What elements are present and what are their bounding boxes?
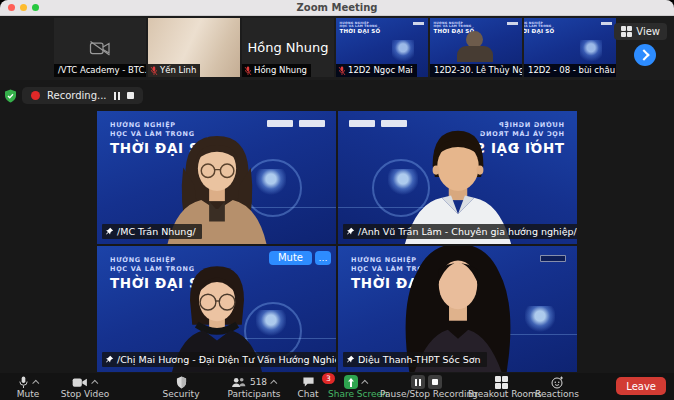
pin-icon — [346, 227, 355, 236]
brand-logo — [601, 22, 612, 25]
chevron-right-icon — [638, 49, 649, 60]
share-screen-icon — [344, 375, 358, 389]
muted-mic-icon — [150, 66, 158, 76]
security-button[interactable]: Security — [148, 375, 214, 399]
titlebar: Zoom Meeting — [0, 0, 674, 16]
video-tile-vu-tran-lam[interactable]: HƯỚNG NGHIỆP HỌC VÀ LÀM TRONG THỜI ĐẠI S… — [338, 111, 577, 244]
participant-name-label: /Anh Vũ Trần Lâm - Chuyên gia hướng nghi… — [343, 224, 577, 239]
video-options-caret[interactable] — [91, 379, 98, 386]
slide-decoration — [580, 40, 602, 66]
zoom-meeting-window: Zoom Meeting /VTC Academy - BTC... Yến L… — [0, 0, 674, 400]
reactions-smiley-icon — [551, 376, 564, 389]
strip-tile-vtc-academy[interactable]: /VTC Academy - BTC... — [54, 18, 146, 77]
participant-name-label: /Chị Mai Hương - Đại Diện Tư Vấn Hướng N… — [102, 352, 336, 367]
strip-tile-yen-linh[interactable]: Yến Linh — [148, 18, 240, 77]
video-tile-mai-huong[interactable]: HƯỚNG NGHIỆP HỌC VÀ LÀM TRONG THỜI ĐẠI S… — [97, 246, 336, 372]
encryption-shield-icon — [4, 89, 17, 103]
pin-icon — [346, 355, 355, 364]
window-title: Zoom Meeting — [0, 0, 674, 15]
strip-tile-bui-chau[interactable]: HƯỚNG NGHIỆP HỌC VÀ LÀM TRONG THỜI ĐẠI S… — [524, 18, 616, 77]
brand-logo — [413, 22, 424, 25]
participants-icon — [231, 377, 246, 388]
slide-decoration — [392, 40, 414, 66]
muted-mic-icon — [338, 66, 346, 76]
strip-tile-hong-nhung[interactable]: Hồng Nhung Hồng Nhung — [242, 18, 334, 77]
chat-button[interactable]: 3 Chat — [290, 375, 326, 399]
meeting-toolbar: Mute Stop Video Security 518 Participant… — [0, 373, 674, 400]
participant-shoulders — [457, 46, 493, 62]
participant-name-label: 12D2-30. Lê Thủy Nga — [430, 64, 522, 77]
recording-bar: Recording... — [4, 87, 143, 104]
video-camera-icon — [72, 377, 88, 388]
share-screen-button[interactable]: Share Screen — [328, 375, 384, 399]
muted-mic-icon — [244, 66, 252, 76]
next-page-button[interactable] — [634, 44, 656, 66]
chat-bubble-icon — [302, 376, 315, 388]
participants-count: 518 — [250, 377, 267, 387]
recording-pill: Recording... — [22, 87, 143, 104]
brand-logo — [507, 22, 518, 25]
tile-more-options-button[interactable]: … — [315, 251, 331, 265]
pause-stop-recording-button[interactable]: Pause/Stop Recording — [380, 375, 472, 399]
video-tile-dieu-thanh[interactable]: HƯỚNG NGHIỆP HỌC VÀ LÀM TRONG THỜI ĐẠI S… — [338, 246, 577, 372]
mute-options-caret[interactable] — [32, 379, 39, 386]
gallery-view-icon — [621, 26, 632, 37]
mute-button[interactable]: Mute — [6, 375, 50, 399]
participants-button[interactable]: 518 Participants — [214, 375, 294, 399]
participant-name-label: /MC Trần Nhung/ — [102, 224, 202, 239]
strip-tile-ngoc-mai[interactable]: HƯỚNG NGHIỆP HỌC VÀ LÀM TRONG THỜI ĐẠI S… — [336, 18, 428, 77]
pause-recording-icon[interactable] — [411, 375, 425, 389]
breakout-rooms-icon — [495, 376, 508, 389]
video-tile-mc-tran-nhung[interactable]: HƯỚNG NGHIỆP HỌC VÀ LÀM TRONG THỜI ĐẠI S… — [97, 111, 336, 244]
participant-name-label: Diệu Thanh-THPT Sóc Sơn — [343, 352, 487, 367]
participants-options-caret[interactable] — [270, 379, 277, 386]
stop-video-button[interactable]: Stop Video — [52, 375, 118, 399]
stop-recording-icon[interactable] — [428, 375, 442, 389]
participant-name-label: 12D2 Ngọc Mai — [336, 64, 417, 77]
participant-name-label: /VTC Academy - BTC... — [54, 64, 146, 77]
shield-icon — [176, 376, 187, 389]
participant-name-label: 12D2 - 08 - bùi châu — [524, 64, 616, 77]
strip-tile-le-thuy-nga[interactable]: HƯỚNG NGHIỆP HỌC VÀ LÀM TRONG THỜI ĐẠI S… — [430, 18, 522, 77]
stop-recording-button[interactable] — [127, 92, 134, 99]
pin-icon — [105, 355, 114, 364]
pause-recording-button[interactable] — [114, 92, 120, 100]
leave-button[interactable]: Leave — [616, 377, 666, 395]
pin-icon — [105, 227, 114, 236]
microphone-icon — [18, 376, 29, 389]
reactions-button[interactable]: Reactions — [532, 375, 582, 399]
view-button[interactable]: View — [614, 23, 667, 40]
participant-name-label: Hồng Nhung — [242, 64, 311, 77]
tile-mute-button[interactable]: Mute — [269, 251, 312, 265]
participant-name-label: Yến Linh — [148, 64, 200, 77]
share-options-caret[interactable] — [361, 379, 368, 386]
recording-status: Recording... — [47, 90, 107, 101]
recording-dot-icon — [31, 91, 40, 100]
participant-filmstrip: /VTC Academy - BTC... Yến Linh Hồng Nhun… — [0, 16, 674, 80]
breakout-rooms-button[interactable]: Breakout Rooms — [468, 375, 534, 399]
